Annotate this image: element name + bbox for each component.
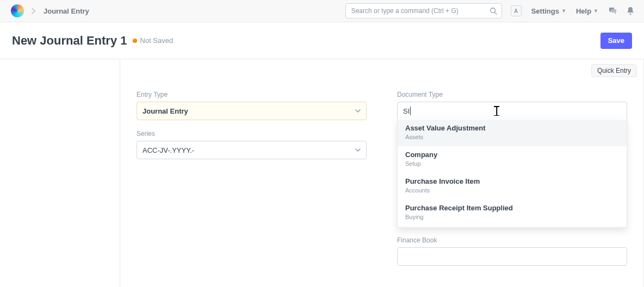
help-menu[interactable]: Help ▼ — [576, 7, 598, 15]
page-header: New Journal Entry 1 Not Saved Save — [0, 22, 644, 59]
finance-book-label: Finance Book — [397, 236, 627, 244]
entry-type-value: Journal Entry — [143, 107, 188, 115]
series-select[interactable]: ACC-JV-.YYYY.- — [137, 141, 367, 159]
form-column-left: Entry Type Journal Entry Series ACC-JV-.… — [137, 91, 367, 276]
svg-line-1 — [494, 13, 497, 15]
chevron-right-icon — [32, 8, 36, 14]
page-title: New Journal Entry 1 — [12, 34, 127, 48]
search-input[interactable] — [351, 7, 490, 15]
user-avatar[interactable]: A — [511, 5, 522, 16]
text-caret — [410, 107, 411, 115]
dropdown-option[interactable]: Purchase Invoice Item Accounts — [398, 173, 627, 199]
save-button[interactable]: Save — [600, 33, 632, 49]
field-finance-book: Finance Book — [397, 236, 627, 266]
document-type-input[interactable]: SI — [403, 107, 410, 115]
page-body: Quick Entry Entry Type Journal Entry Ser… — [0, 59, 644, 287]
document-type-dropdown: Asset Value Adjustment Assets Company Se… — [397, 118, 627, 228]
document-type-label: Document Type — [397, 91, 627, 98]
settings-label: Settings — [531, 7, 559, 15]
entry-type-label: Entry Type — [137, 91, 367, 98]
status-label: Not Saved — [140, 36, 174, 45]
search-icon — [490, 7, 497, 15]
dropdown-option[interactable]: Purchase Receipt Item Supplied Buying — [398, 199, 627, 226]
quick-entry-button[interactable]: Quick Entry — [591, 64, 637, 77]
chevron-down-icon — [355, 148, 361, 152]
app-logo[interactable] — [11, 4, 24, 17]
field-series: Series ACC-JV-.YYYY.- — [137, 130, 367, 159]
form-column-right: Document Type SI Asset Value Adju — [397, 91, 627, 276]
option-title: Asset Value Adjustment — [405, 124, 619, 133]
dropdown-option[interactable]: Asset Value Adjustment Assets — [398, 120, 627, 146]
option-title: Purchase Receipt Item Supplied — [405, 204, 619, 213]
option-subtitle: Buying — [405, 214, 619, 221]
option-subtitle: Setup — [405, 160, 619, 168]
finance-book-input[interactable] — [397, 247, 627, 266]
chat-icon[interactable] — [608, 7, 617, 15]
field-entry-type: Entry Type Journal Entry — [137, 91, 367, 120]
caret-down-icon: ▼ — [561, 8, 566, 14]
nav-right: A Settings ▼ Help ▼ — [511, 5, 634, 16]
breadcrumb-current[interactable]: Journal Entry — [44, 7, 89, 15]
option-subtitle: Accounts — [405, 187, 619, 195]
form-card: Quick Entry Entry Type Journal Entry Ser… — [120, 59, 644, 287]
status-badge: Not Saved — [133, 36, 174, 45]
left-gutter — [0, 59, 120, 287]
dropdown-option[interactable]: Company Setup — [398, 146, 627, 173]
field-document-type: Document Type SI Asset Value Adju — [397, 91, 627, 120]
chevron-down-icon — [355, 109, 361, 113]
series-value: ACC-JV-.YYYY.- — [143, 146, 194, 154]
option-title: Purchase Invoice Item — [405, 177, 619, 186]
settings-menu[interactable]: Settings ▼ — [531, 7, 566, 15]
series-label: Series — [137, 130, 367, 138]
help-label: Help — [576, 7, 591, 15]
caret-down-icon: ▼ — [593, 8, 598, 14]
bell-icon[interactable] — [627, 7, 634, 15]
status-dot-icon — [133, 39, 137, 43]
document-type-input-wrapper: SI — [397, 102, 627, 120]
entry-type-select[interactable]: Journal Entry — [137, 102, 367, 120]
option-subtitle: Assets — [405, 134, 619, 141]
svg-point-2 — [630, 14, 631, 15]
option-title: Company — [405, 151, 619, 159]
navbar: Journal Entry A Settings ▼ Help ▼ — [0, 0, 644, 22]
global-search[interactable] — [345, 3, 502, 18]
